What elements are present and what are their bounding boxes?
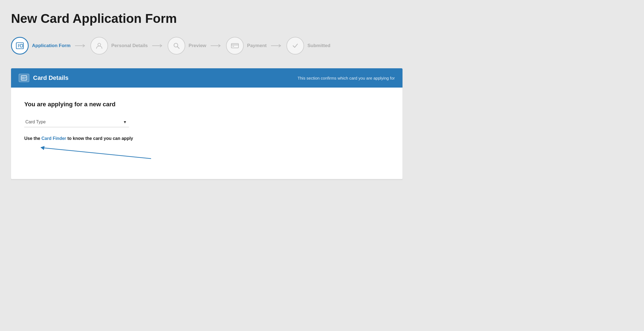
card-header: Card Details This section confirms which… bbox=[11, 68, 402, 88]
step-submitted[interactable]: Submitted bbox=[286, 37, 330, 55]
card-header-left: Card Details bbox=[19, 74, 68, 82]
finder-prefix: Use the bbox=[24, 136, 41, 141]
step-application-form[interactable]: Application Form bbox=[11, 37, 71, 55]
card-body: You are applying for a new card Card Typ… bbox=[11, 88, 402, 179]
bottom-border bbox=[11, 179, 402, 180]
step-label-application-form: Application Form bbox=[32, 43, 71, 48]
card-finder-link[interactable]: Card Finder bbox=[41, 136, 66, 141]
card-finder-text: Use the Card Finder to know the card you… bbox=[24, 136, 389, 141]
step-circle-payment bbox=[226, 37, 244, 55]
step-label-preview: Preview bbox=[189, 43, 206, 48]
arrow-annotation bbox=[24, 145, 389, 162]
step-arrow-3 bbox=[211, 44, 222, 48]
step-personal-details[interactable]: Personal Details bbox=[90, 37, 148, 55]
step-arrow-2 bbox=[152, 44, 163, 48]
step-label-payment: Payment bbox=[247, 43, 267, 48]
step-payment[interactable]: Payment bbox=[226, 37, 267, 55]
card-section: Card Details This section confirms which… bbox=[11, 68, 402, 179]
card-header-subtitle: This section confirms which card you are… bbox=[297, 76, 395, 80]
svg-line-19 bbox=[41, 148, 151, 159]
finder-suffix: to know the card you can apply bbox=[66, 136, 133, 141]
svg-rect-11 bbox=[231, 44, 238, 48]
card-details-icon bbox=[19, 74, 29, 82]
svg-rect-4 bbox=[20, 44, 23, 47]
stepper: Application Form Personal Details bbox=[11, 37, 402, 55]
card-type-select[interactable]: Card Type bbox=[24, 117, 129, 127]
step-circle-application-form bbox=[11, 37, 29, 55]
step-preview[interactable]: Preview bbox=[168, 37, 206, 55]
applying-text: You are applying for a new card bbox=[24, 101, 389, 108]
card-header-title: Card Details bbox=[33, 74, 68, 82]
svg-rect-0 bbox=[16, 43, 23, 49]
page-title: New Card Application Form bbox=[11, 11, 402, 26]
card-type-wrapper: Card Type ▼ bbox=[24, 117, 129, 127]
svg-point-6 bbox=[98, 43, 101, 46]
step-arrow-1 bbox=[75, 44, 86, 48]
step-label-personal-details: Personal Details bbox=[111, 43, 148, 48]
svg-point-16 bbox=[22, 77, 24, 79]
step-label-submitted: Submitted bbox=[307, 43, 330, 48]
step-circle-personal-details bbox=[90, 37, 108, 55]
step-arrow-4 bbox=[271, 44, 282, 48]
step-circle-preview bbox=[168, 37, 185, 55]
step-circle-submitted bbox=[286, 37, 304, 55]
svg-line-9 bbox=[178, 47, 179, 49]
